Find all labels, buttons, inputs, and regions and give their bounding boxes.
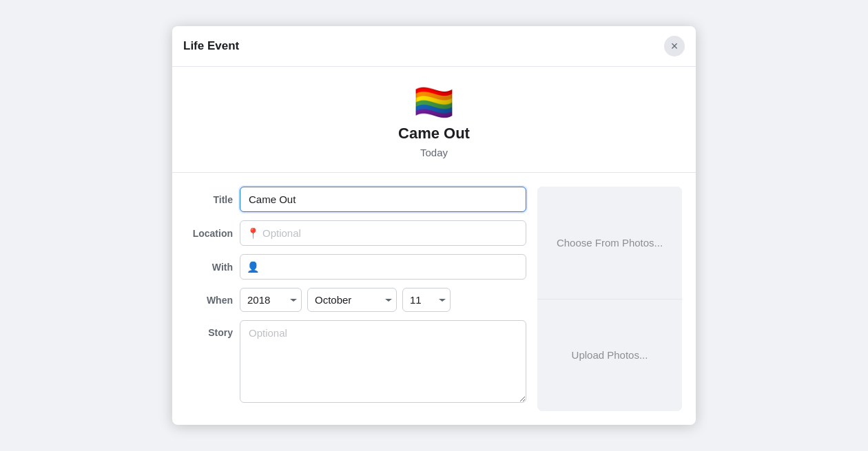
title-row: Title [186,187,526,212]
story-label: Story [186,327,240,338]
choose-photos-button[interactable]: Choose From Photos... [537,187,682,299]
upload-photos-button[interactable]: Upload Photos... [537,300,682,412]
modal-title: Life Event [183,39,239,53]
year-select[interactable]: 2024202320222021202020192018201720162015 [240,288,302,312]
hero-emoji: 🏳️‍🌈 [186,86,682,119]
modal-body: Title Location 📍 With 👤 [172,173,696,425]
life-event-modal: Life Event × 🏳️‍🌈 Came Out Today Title L… [172,26,696,425]
location-label: Location [186,228,240,239]
location-input-wrapper: 📍 [240,220,526,246]
with-input-wrapper: 👤 [240,254,526,280]
person-icon: 👤 [247,261,260,273]
location-row: Location 📍 [186,220,526,246]
day-select[interactable]: 1234567891011121314151617181920212223242… [402,288,451,312]
story-row: Story [186,320,526,403]
location-icon: 📍 [247,227,260,240]
close-button[interactable]: × [664,36,685,56]
date-group: 2024202320222021202020192018201720162015… [240,288,526,312]
with-input[interactable] [240,254,526,280]
with-label: With [186,262,240,273]
month-select[interactable]: JanuaryFebruaryMarchAprilMayJuneJulyAugu… [307,288,397,312]
when-row: When 20242023202220212020201920182017201… [186,288,526,312]
title-input[interactable] [240,187,526,212]
with-row: With 👤 [186,254,526,280]
when-label: When [186,295,240,306]
location-input[interactable] [240,220,526,246]
form-section: Title Location 📍 With 👤 [186,187,526,411]
photo-section: Choose From Photos... Upload Photos... [537,187,682,411]
modal-hero: 🏳️‍🌈 Came Out Today [172,67,696,173]
title-label: Title [186,194,240,205]
story-textarea[interactable] [240,320,526,403]
hero-title: Came Out [186,125,682,143]
modal-header: Life Event × [172,26,696,67]
hero-subtitle: Today [186,147,682,158]
